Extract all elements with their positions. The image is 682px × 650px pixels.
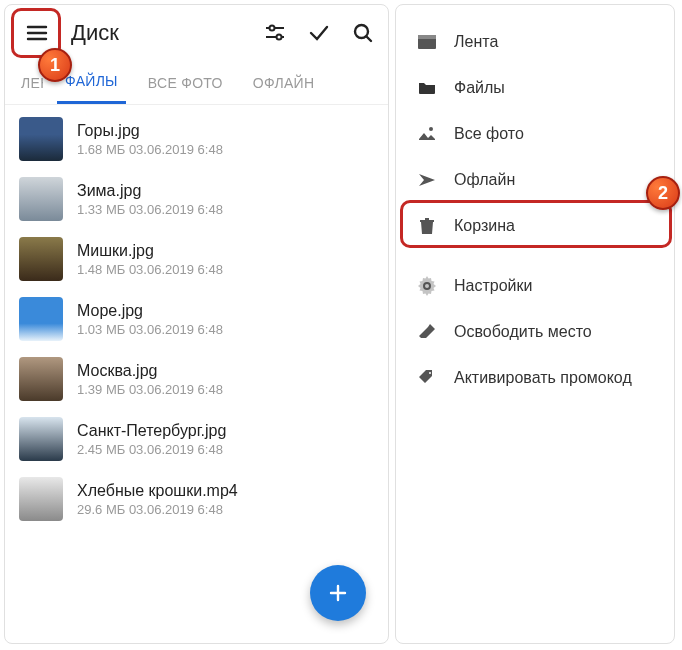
- file-thumbnail: [19, 237, 63, 281]
- drawer-panel: Лента Файлы Все фото Офлайн: [395, 4, 675, 644]
- file-info: Море.jpg 1.03 МБ 03.06.2019 6:48: [77, 302, 223, 337]
- tab-feed[interactable]: ЛЕНТА: [13, 61, 43, 104]
- file-thumbnail: [19, 117, 63, 161]
- file-meta: 29.6 МБ 03.06.2019 6:48: [77, 502, 238, 517]
- file-thumbnail: [19, 357, 63, 401]
- drawer-item-photos[interactable]: Все фото: [396, 111, 674, 157]
- file-thumbnail: [19, 177, 63, 221]
- drawer-item-promo[interactable]: Активировать промокод: [396, 355, 674, 401]
- drawer-item-free-space[interactable]: Освободить место: [396, 309, 674, 355]
- topbar-actions: [262, 20, 376, 46]
- eraser-icon: [416, 321, 438, 343]
- file-meta: 1.48 МБ 03.06.2019 6:48: [77, 262, 223, 277]
- file-row[interactable]: Москва.jpg 1.39 МБ 03.06.2019 6:48: [5, 349, 388, 409]
- app-title: Диск: [71, 20, 248, 46]
- topbar: Диск: [5, 5, 388, 61]
- tag-icon: [416, 367, 438, 389]
- file-name: Хлебные крошки.mp4: [77, 482, 238, 500]
- file-thumbnail: [19, 297, 63, 341]
- svg-rect-7: [418, 35, 436, 39]
- file-meta: 1.39 МБ 03.06.2019 6:48: [77, 382, 223, 397]
- drawer-item-settings[interactable]: Настройки: [396, 263, 674, 309]
- file-row[interactable]: Хлебные крошки.mp4 29.6 МБ 03.06.2019 6:…: [5, 469, 388, 529]
- file-info: Горы.jpg 1.68 МБ 03.06.2019 6:48: [77, 122, 223, 157]
- main-panel: Диск ЛЕНТА ФАЙЛЫ ВСЕ ФОТО ОФЛАЙН: [4, 4, 389, 644]
- feed-icon: [416, 31, 438, 53]
- drawer-label: Офлайн: [454, 171, 515, 189]
- file-info: Мишки.jpg 1.48 МБ 03.06.2019 6:48: [77, 242, 223, 277]
- trash-icon: [416, 215, 438, 237]
- hamburger-icon: [25, 21, 49, 45]
- add-button[interactable]: [310, 565, 366, 621]
- file-name: Москва.jpg: [77, 362, 223, 380]
- drawer-item-files[interactable]: Файлы: [396, 65, 674, 111]
- file-list: Горы.jpg 1.68 МБ 03.06.2019 6:48 Зима.jp…: [5, 105, 388, 533]
- drawer-menu: Лента Файлы Все фото Офлайн: [396, 5, 674, 415]
- drawer-label: Активировать промокод: [454, 369, 632, 387]
- file-meta: 1.68 МБ 03.06.2019 6:48: [77, 142, 223, 157]
- image-icon: [416, 123, 438, 145]
- plus-icon: [326, 581, 350, 605]
- file-info: Санкт-Петербург.jpg 2.45 МБ 03.06.2019 6…: [77, 422, 226, 457]
- svg-point-1: [270, 26, 275, 31]
- check-icon: [307, 21, 331, 45]
- file-name: Санкт-Петербург.jpg: [77, 422, 226, 440]
- folder-icon: [416, 77, 438, 99]
- drawer-label: Файлы: [454, 79, 505, 97]
- svg-point-3: [277, 35, 282, 40]
- drawer-item-trash[interactable]: Корзина: [396, 203, 674, 249]
- svg-point-8: [429, 127, 433, 131]
- file-name: Горы.jpg: [77, 122, 223, 140]
- drawer-item-feed[interactable]: Лента: [396, 19, 674, 65]
- airplane-icon: [416, 169, 438, 191]
- file-info: Хлебные крошки.mp4 29.6 МБ 03.06.2019 6:…: [77, 482, 238, 517]
- sliders-icon: [263, 21, 287, 45]
- file-row[interactable]: Море.jpg 1.03 МБ 03.06.2019 6:48: [5, 289, 388, 349]
- file-meta: 2.45 МБ 03.06.2019 6:48: [77, 442, 226, 457]
- drawer-separator: [396, 249, 674, 263]
- filter-button[interactable]: [262, 20, 288, 46]
- drawer-label: Настройки: [454, 277, 532, 295]
- file-row[interactable]: Санкт-Петербург.jpg 2.45 МБ 03.06.2019 6…: [5, 409, 388, 469]
- tab-offline[interactable]: ОФЛАЙН: [245, 61, 323, 104]
- drawer-label: Корзина: [454, 217, 515, 235]
- file-row[interactable]: Мишки.jpg 1.48 МБ 03.06.2019 6:48: [5, 229, 388, 289]
- tab-photos[interactable]: ВСЕ ФОТО: [140, 61, 231, 104]
- drawer-label: Лента: [454, 33, 498, 51]
- file-row[interactable]: Горы.jpg 1.68 МБ 03.06.2019 6:48: [5, 109, 388, 169]
- svg-line-5: [367, 37, 372, 42]
- file-thumbnail: [19, 417, 63, 461]
- select-button[interactable]: [306, 20, 332, 46]
- file-info: Зима.jpg 1.33 МБ 03.06.2019 6:48: [77, 182, 223, 217]
- tabs: ЛЕНТА ФАЙЛЫ ВСЕ ФОТО ОФЛАЙН: [5, 61, 388, 105]
- tab-files[interactable]: ФАЙЛЫ: [57, 61, 126, 104]
- drawer-label: Освободить место: [454, 323, 592, 341]
- file-thumbnail: [19, 477, 63, 521]
- search-button[interactable]: [350, 20, 376, 46]
- drawer-item-offline[interactable]: Офлайн: [396, 157, 674, 203]
- file-meta: 1.03 МБ 03.06.2019 6:48: [77, 322, 223, 337]
- gear-icon: [416, 275, 438, 297]
- drawer-label: Все фото: [454, 125, 524, 143]
- file-row[interactable]: Зима.jpg 1.33 МБ 03.06.2019 6:48: [5, 169, 388, 229]
- file-name: Море.jpg: [77, 302, 223, 320]
- file-name: Зима.jpg: [77, 182, 223, 200]
- file-info: Москва.jpg 1.39 МБ 03.06.2019 6:48: [77, 362, 223, 397]
- menu-button[interactable]: [17, 13, 57, 53]
- file-meta: 1.33 МБ 03.06.2019 6:48: [77, 202, 223, 217]
- file-name: Мишки.jpg: [77, 242, 223, 260]
- search-icon: [351, 21, 375, 45]
